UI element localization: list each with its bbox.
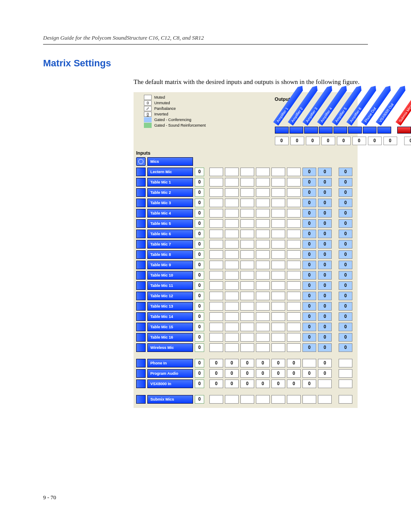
crosspoint-cell[interactable] — [225, 230, 239, 238]
crosspoint-cell[interactable]: 0 — [318, 188, 332, 197]
output-fader[interactable]: 0 — [290, 137, 304, 145]
input-label[interactable]: Table Mic 11 — [147, 281, 193, 290]
input-fader[interactable]: 0 — [195, 323, 204, 331]
crosspoint-cell[interactable] — [256, 168, 270, 176]
input-label[interactable]: Lectern Mic — [147, 168, 193, 176]
output-fader[interactable]: 0 — [337, 137, 351, 145]
crosspoint-cell[interactable] — [271, 209, 285, 218]
crosspoint-cell[interactable]: 0 — [302, 380, 316, 388]
crosspoint-cell[interactable] — [240, 271, 254, 280]
input-label[interactable]: Mics — [147, 157, 193, 166]
crosspoint-cell[interactable]: 0 — [302, 199, 316, 207]
crosspoint-cell[interactable] — [225, 199, 239, 207]
input-label[interactable]: Table Mic 14 — [147, 312, 193, 321]
crosspoint-cell[interactable] — [271, 199, 285, 207]
crosspoint-cell[interactable]: 0 — [318, 302, 332, 311]
crosspoint-cell[interactable]: 0 — [209, 369, 223, 378]
crosspoint-cell[interactable] — [256, 178, 270, 187]
crosspoint-cell[interactable]: 0 — [318, 281, 332, 290]
input-type-cell[interactable] — [136, 219, 146, 228]
crosspoint-cell[interactable]: 0 — [225, 380, 239, 388]
input-label[interactable]: Wireless Mic — [147, 343, 193, 352]
crosspoint-cell[interactable] — [209, 168, 223, 176]
input-label[interactable]: Program Audio — [147, 369, 193, 378]
crosspoint-cell[interactable] — [256, 281, 270, 290]
crosspoint-cell[interactable] — [271, 323, 285, 331]
crosspoint-cell[interactable] — [240, 188, 254, 197]
crosspoint-cell[interactable] — [339, 369, 352, 378]
crosspoint-cell[interactable] — [318, 395, 332, 404]
crosspoint-cell[interactable] — [287, 209, 301, 218]
crosspoint-cell[interactable] — [240, 168, 254, 176]
output-type-cell[interactable] — [363, 127, 377, 134]
crosspoint-cell[interactable] — [240, 333, 254, 342]
crosspoint-cell[interactable] — [302, 395, 316, 404]
input-type-cell[interactable] — [136, 343, 146, 352]
crosspoint-cell[interactable] — [256, 343, 270, 352]
crosspoint-cell[interactable] — [240, 240, 254, 249]
crosspoint-cell[interactable] — [240, 219, 254, 228]
crosspoint-cell[interactable]: 0 — [209, 359, 223, 367]
input-label[interactable]: Table Mic 9 — [147, 261, 193, 269]
crosspoint-cell[interactable]: 0 — [339, 188, 352, 197]
crosspoint-cell[interactable] — [225, 323, 239, 331]
crosspoint-cell[interactable] — [225, 250, 239, 259]
crosspoint-cell[interactable]: 0 — [302, 323, 316, 331]
crosspoint-cell[interactable] — [240, 230, 254, 238]
input-label[interactable]: Table Mic 8 — [147, 250, 193, 259]
crosspoint-cell[interactable] — [225, 343, 239, 352]
crosspoint-cell[interactable]: 0 — [318, 271, 332, 280]
crosspoint-cell[interactable]: 0 — [339, 323, 352, 331]
crosspoint-cell[interactable]: 0 — [271, 369, 285, 378]
crosspoint-cell[interactable]: 0 — [302, 219, 316, 228]
crosspoint-cell[interactable] — [271, 343, 285, 352]
output-type-cell[interactable] — [333, 127, 347, 134]
input-type-cell[interactable] — [136, 380, 146, 388]
input-fader[interactable]: 0 — [195, 219, 204, 228]
crosspoint-cell[interactable]: 0 — [339, 178, 352, 187]
input-type-cell[interactable] — [136, 395, 146, 404]
crosspoint-cell[interactable]: 0 — [302, 333, 316, 342]
crosspoint-cell[interactable] — [339, 395, 352, 404]
crosspoint-cell[interactable] — [287, 188, 301, 197]
output-type-cell[interactable] — [304, 127, 318, 134]
crosspoint-cell[interactable]: 0 — [318, 333, 332, 342]
crosspoint-cell[interactable]: 0 — [318, 230, 332, 238]
crosspoint-cell[interactable]: 0 — [225, 369, 239, 378]
crosspoint-cell[interactable] — [287, 230, 301, 238]
crosspoint-cell[interactable]: 0 — [318, 261, 332, 269]
crosspoint-cell[interactable] — [256, 395, 270, 404]
crosspoint-cell[interactable] — [256, 292, 270, 300]
crosspoint-cell[interactable] — [256, 323, 270, 331]
crosspoint-cell[interactable] — [256, 312, 270, 321]
input-fader[interactable]: 0 — [195, 230, 204, 238]
crosspoint-cell[interactable] — [287, 302, 301, 311]
crosspoint-cell[interactable]: 0 — [339, 209, 352, 218]
crosspoint-cell[interactable] — [209, 178, 223, 187]
crosspoint-cell[interactable] — [256, 250, 270, 259]
crosspoint-cell[interactable] — [225, 302, 239, 311]
crosspoint-cell[interactable] — [287, 240, 301, 249]
crosspoint-cell[interactable]: 0 — [302, 281, 316, 290]
input-label[interactable]: Table Mic 10 — [147, 271, 193, 280]
crosspoint-cell[interactable] — [240, 292, 254, 300]
crosspoint-cell[interactable]: 0 — [302, 261, 316, 269]
crosspoint-cell[interactable] — [302, 359, 316, 367]
crosspoint-cell[interactable]: 0 — [318, 343, 332, 352]
crosspoint-cell[interactable] — [256, 302, 270, 311]
crosspoint-cell[interactable]: 0 — [240, 380, 254, 388]
crosspoint-cell[interactable] — [209, 230, 223, 238]
crosspoint-cell[interactable] — [287, 261, 301, 269]
crosspoint-cell[interactable]: 0 — [339, 168, 352, 176]
crosspoint-cell[interactable] — [287, 312, 301, 321]
input-fader[interactable]: 0 — [195, 199, 204, 207]
crosspoint-cell[interactable] — [209, 312, 223, 321]
crosspoint-cell[interactable] — [209, 281, 223, 290]
input-type-cell[interactable] — [136, 250, 146, 259]
crosspoint-cell[interactable]: 0 — [339, 199, 352, 207]
crosspoint-cell[interactable] — [209, 219, 223, 228]
crosspoint-cell[interactable] — [209, 261, 223, 269]
crosspoint-cell[interactable]: 0 — [302, 209, 316, 218]
crosspoint-cell[interactable]: 0 — [302, 230, 316, 238]
crosspoint-cell[interactable]: 0 — [339, 250, 352, 259]
